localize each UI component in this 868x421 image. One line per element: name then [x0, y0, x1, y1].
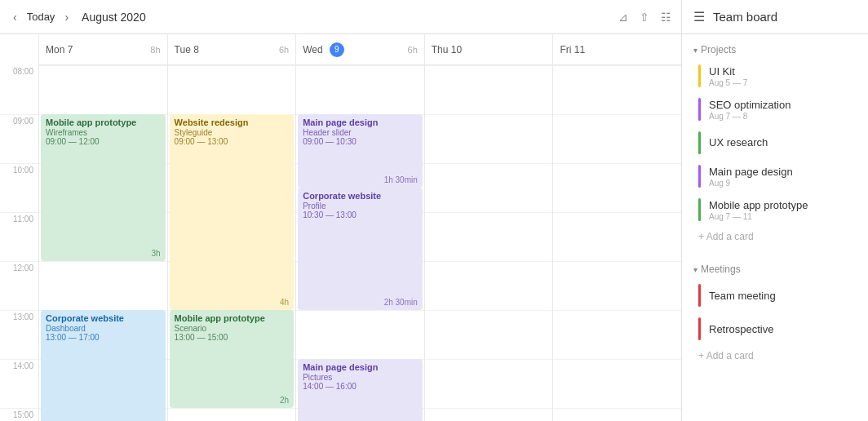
event-time: 09:00 — 12:00	[46, 137, 161, 146]
time-slot-0800: 08:00	[0, 65, 38, 114]
meeting-card-team[interactable]: Team meeting	[687, 279, 863, 312]
next-arrow[interactable]: ›	[61, 9, 72, 25]
project-bar-ui-kit	[698, 64, 701, 87]
event-mobile-app-mon[interactable]: Mobile app prototype Wireframes 09:00 — …	[41, 114, 166, 261]
meeting-title-team: Team meeting	[709, 290, 852, 302]
days-container: Mon 7 8h Tue 8 6h Wed 9 6h Thu 10 Fri 11	[39, 34, 681, 421]
meetings-section: ▾ Meetings Team meeting Retrospective + …	[682, 254, 868, 373]
event-corporate-mon[interactable]: Corporate website Dashboard 13:00 — 17:0…	[41, 310, 166, 421]
day-header-thu-name: Thu 10	[432, 44, 462, 55]
event-time: 09:00 — 13:00	[175, 137, 290, 146]
event-duration: 3h	[151, 249, 160, 258]
event-main-wed-1[interactable]: Main page design Header slider 09:00 — 1…	[298, 114, 423, 188]
event-time: 10:30 — 13:00	[303, 210, 418, 219]
project-bar-main-page	[698, 165, 701, 188]
day-col-mon: Mobile app prototype Wireframes 09:00 — …	[39, 65, 168, 421]
meetings-section-header[interactable]: ▾ Meetings	[682, 260, 868, 278]
project-title-seo: SEO optimization	[709, 99, 852, 111]
project-card-main-page[interactable]: Main page design Aug 9	[687, 160, 863, 193]
meeting-title-retrospective: Retrospective	[709, 323, 852, 335]
meeting-content-retrospective: Retrospective	[709, 323, 852, 335]
sidebar: ☰ Team board ▾ Projects UI Kit Aug 5 — 7…	[682, 0, 868, 421]
filter-icon[interactable]: ⊿	[618, 11, 628, 24]
day-header-thu: Thu 10	[425, 34, 554, 64]
day-header-mon: Mon 7 8h	[39, 34, 168, 64]
meetings-chevron-icon: ▾	[693, 265, 698, 274]
nav-icons: ⊿ ⇧ ☷	[618, 11, 671, 24]
top-nav: ‹ Today › August 2020 ⊿ ⇧ ☷	[0, 0, 681, 34]
project-subtitle-mobile: Aug 7 — 11	[709, 212, 852, 221]
day-header-wed-name: Wed	[303, 44, 322, 55]
project-title-main-page: Main page design	[709, 166, 852, 178]
projects-section: ▾ Projects UI Kit Aug 5 — 7 SEO optimiza…	[682, 34, 868, 254]
project-title-ui-kit: UI Kit	[709, 65, 852, 78]
projects-section-header[interactable]: ▾ Projects	[682, 41, 868, 59]
project-content-ux: UX research	[709, 136, 852, 149]
add-meeting-button[interactable]: + Add a card	[687, 347, 863, 365]
calendar-area: ‹ Today › August 2020 ⊿ ⇧ ☷ 08:00 09:00 …	[0, 0, 682, 421]
sidebar-title: Team board	[713, 10, 777, 24]
projects-chevron-icon: ▾	[693, 46, 698, 55]
today-button[interactable]: Today	[27, 11, 55, 23]
event-main-wed-2[interactable]: Main page design Pictures 14:00 — 16:00 …	[298, 359, 423, 421]
time-slot-1500: 15:00	[0, 408, 38, 421]
settings-icon[interactable]: ☷	[661, 11, 671, 24]
event-subtitle: Styleguide	[175, 128, 290, 137]
meetings-label: Meetings	[701, 264, 741, 275]
project-card-seo[interactable]: SEO optimization Aug 7 — 8	[687, 93, 863, 126]
meeting-bar-team	[698, 284, 701, 307]
event-time: 13:00 — 15:00	[175, 333, 290, 342]
event-duration: 1h 30min	[384, 175, 418, 184]
event-title: Website redesign	[175, 117, 290, 127]
project-subtitle-ui-kit: Aug 5 — 7	[709, 78, 852, 87]
day-header-tue-name: Tue 8	[175, 44, 199, 55]
time-slot-1100: 11:00	[0, 212, 38, 261]
time-slot-0900: 09:00	[0, 114, 38, 163]
day-header-wed-hours: 6h	[408, 45, 418, 55]
project-bar-seo	[698, 98, 701, 121]
project-bar-mobile	[698, 198, 701, 221]
add-project-button[interactable]: + Add a card	[687, 228, 863, 246]
project-card-ux[interactable]: UX research	[687, 126, 863, 159]
date-label: August 2020	[82, 11, 612, 24]
project-bar-ux	[698, 131, 701, 154]
calendar-grid: 08:00 09:00 10:00 11:00 12:00 13:00 14:0…	[0, 34, 681, 421]
project-title-ux: UX research	[709, 136, 852, 148]
share-icon[interactable]: ⇧	[640, 11, 649, 24]
event-mobile-tue[interactable]: Mobile app prototype Scenario 13:00 — 15…	[170, 310, 294, 408]
projects-label: Projects	[701, 44, 736, 55]
project-card-ui-kit[interactable]: UI Kit Aug 5 — 7	[687, 60, 863, 92]
event-title: Mobile app prototype	[46, 117, 161, 127]
project-subtitle-main-page: Aug 9	[709, 179, 852, 188]
project-card-mobile[interactable]: Mobile app prototype Aug 7 — 11	[687, 193, 863, 226]
time-slot-1400: 14:00	[0, 359, 38, 408]
time-column: 08:00 09:00 10:00 11:00 12:00 13:00 14:0…	[0, 34, 39, 421]
day-header-tue-hours: 6h	[279, 45, 289, 55]
sidebar-menu-icon[interactable]: ☰	[693, 9, 705, 24]
day-header-wed: Wed 9 6h	[296, 34, 425, 64]
day-columns: Mobile app prototype Wireframes 09:00 — …	[39, 65, 681, 421]
day-headers: Mon 7 8h Tue 8 6h Wed 9 6h Thu 10 Fri 11	[39, 34, 681, 65]
day-col-thu	[425, 65, 554, 421]
event-time: 14:00 — 16:00	[303, 382, 418, 391]
event-title: Main page design	[303, 362, 418, 372]
event-title: Corporate website	[303, 191, 418, 201]
day-col-tue: Website redesign Styleguide 09:00 — 13:0…	[168, 65, 297, 421]
event-duration: 2h 30min	[384, 298, 418, 307]
day-col-fri: Day ▼ + −	[553, 65, 681, 421]
event-time: 09:00 — 10:30	[303, 137, 418, 146]
event-subtitle: Wireframes	[46, 128, 161, 137]
meeting-card-retrospective[interactable]: Retrospective	[687, 312, 863, 345]
project-subtitle-seo: Aug 7 — 8	[709, 112, 852, 121]
time-slot-1000: 10:00	[0, 163, 38, 212]
project-content-mobile: Mobile app prototype Aug 7 — 11	[709, 199, 852, 221]
prev-arrow[interactable]: ‹	[10, 9, 20, 25]
project-content-main-page: Main page design Aug 9	[709, 166, 852, 188]
event-time: 13:00 — 17:00	[46, 333, 161, 342]
event-subtitle: Dashboard	[46, 324, 161, 333]
event-corporate-wed[interactable]: Corporate website Profile 10:30 — 13:00 …	[298, 188, 423, 310]
project-content-ui-kit: UI Kit Aug 5 — 7	[709, 65, 852, 87]
day-header-mon-hours: 8h	[150, 45, 160, 55]
event-title: Main page design	[303, 117, 418, 127]
event-website-tue[interactable]: Website redesign Styleguide 09:00 — 13:0…	[170, 114, 294, 310]
